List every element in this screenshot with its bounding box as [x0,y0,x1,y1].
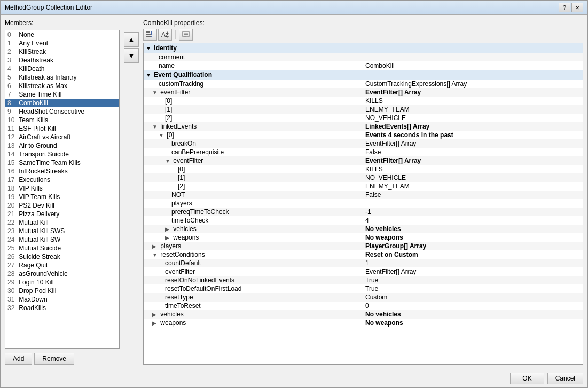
list-item[interactable]: 10 Team Kills [5,116,119,124]
cancel-button[interactable]: Cancel [547,373,583,384]
list-item[interactable]: 22 Mutual Kill [5,218,119,227]
list-item-name: HeadShot Consecutive [19,108,84,115]
svg-rect-11 [184,36,186,37]
list-item[interactable]: 0 None [5,30,119,39]
prop-name: ▼ [0] [144,131,363,139]
prop-value [363,199,583,208]
members-list[interactable]: 0 None1 Any Event2 KillStreak3 Deathstre… [5,30,120,349]
list-item[interactable]: 25 Mutual Suicide [5,244,119,252]
properties-container[interactable]: ▼ Identity comment name ComboKill ▼ Even… [143,43,583,365]
list-item-name: Suicide Streak [19,253,60,260]
table-row: countDefault 1 [144,259,583,267]
list-item[interactable]: 17 Executions [5,176,119,184]
list-item[interactable]: 15 SameTime Team Kills [5,159,119,167]
sort-alphabetical-button[interactable]: Az [158,29,172,41]
list-item[interactable]: 27 Rage Quit [5,261,119,270]
prop-name: timeToReset [144,302,363,310]
collapse-arrow: ▶ [152,320,159,326]
list-item[interactable]: 32 RoadKills [5,304,119,312]
list-item[interactable]: 24 Mutual Kill SW [5,235,119,244]
list-item[interactable]: 14 Transport Suicide [5,150,119,159]
list-item[interactable]: 19 VIP Team Kills [5,193,119,201]
prop-name: players [144,199,363,208]
list-item[interactable]: 11 ESF Pilot Kill [5,124,119,133]
list-item[interactable]: 4 KillDeath [5,65,119,73]
list-item-name: Killstreak as Max [19,82,67,90]
list-item[interactable]: 8 ComboKill [5,99,119,107]
section-label: Identity [154,44,177,52]
list-item[interactable]: 6 Killstreak as Max [5,82,119,90]
list-item-index: 29 [7,279,17,286]
list-item[interactable]: 31 MaxDown [5,295,119,304]
ok-button[interactable]: OK [510,373,544,384]
property-pages-button[interactable] [179,29,193,41]
list-item-index: 24 [7,236,17,243]
list-item-index: 7 [7,91,17,98]
move-down-button[interactable]: ▼ [124,48,139,63]
help-button[interactable]: ? [559,3,570,12]
expand-arrow: ▼ [152,90,159,96]
move-up-button[interactable]: ▲ [124,32,139,47]
list-item[interactable]: 23 Mutual Kill SWS [5,227,119,235]
list-item-index: 31 [7,296,17,303]
members-label: Members: [5,19,120,27]
list-item-index: 12 [7,133,17,141]
list-item[interactable]: 9 HeadShot Consecutive [5,107,119,116]
list-item-name: Rage Quit [19,262,48,269]
collapse-arrow: ▶ [165,226,171,232]
prop-name: resetType [144,293,363,302]
prop-name: resetToDefaultOnFirstLoad [144,284,363,293]
prop-name: [0] [144,97,363,105]
list-item-index: 27 [7,262,17,269]
list-item[interactable]: 18 VIP Kills [5,184,119,193]
prop-value: CustomTrackingExpressions[] Array [363,80,583,88]
svg-rect-2 [146,36,151,37]
list-item-index: 21 [7,210,17,218]
prop-value: EventFilter[] Array [363,88,583,97]
list-item[interactable]: 30 Drop Pod Kill [5,287,119,295]
prop-value: 1 [363,259,583,267]
list-item[interactable]: 12 AirCraft vs Aircraft [5,133,119,141]
list-item-index: 14 [7,151,17,158]
table-row: ▶ weapons No weapons [144,319,583,327]
list-item[interactable]: 13 Air to Ground [5,141,119,150]
prop-name: customTracking [144,80,363,88]
list-item[interactable]: 5 Killstreak as Infantry [5,73,119,82]
list-item[interactable]: 3 Deathstreak [5,56,119,65]
list-item-name: Login 10 Kill [19,279,53,286]
list-item[interactable]: 2 KillStreak [5,47,119,56]
section-header: ▼ Event Qualification [144,70,583,80]
sort-by-category-button[interactable] [143,29,157,41]
list-item[interactable]: 29 Login 10 Kill [5,278,119,287]
remove-button[interactable]: Remove [34,353,74,365]
svg-rect-9 [184,33,188,34]
list-item[interactable]: 1 Any Event [5,39,119,47]
expand-arrow: ▼ [152,124,159,130]
list-item[interactable]: 28 asGroundVehicle [5,270,119,278]
section-header: ▼ Identity [144,43,583,53]
add-button[interactable]: Add [5,353,32,365]
list-item-name: SameTime Team Kills [19,159,80,167]
list-item[interactable]: 26 Suicide Streak [5,252,119,261]
list-item-name: Pizza Delivery [19,210,59,218]
svg-rect-3 [151,31,152,35]
list-item[interactable]: 21 Pizza Delivery [5,210,119,218]
table-row: resetType Custom [144,293,583,302]
prop-value: -1 [363,208,583,216]
list-item-name: MaxDown [19,296,47,303]
list-item[interactable]: 16 InfRocketStreaks [5,167,119,176]
list-item-name: KillStreak [19,48,46,56]
properties-table: ▼ Identity comment name ComboKill ▼ Even… [144,43,583,327]
list-item[interactable]: 20 PS2 Dev Kill [5,201,119,210]
table-row: [0] KILLS [144,165,583,173]
prop-value: 4 [363,216,583,225]
list-item-name: Air to Ground [19,142,57,149]
list-item[interactable]: 7 Same Time Kill [5,90,119,99]
close-button[interactable]: ✕ [571,3,583,12]
properties-label: ComboKill properties: [143,19,583,27]
list-item-name: Mutual Kill SWS [19,227,65,235]
toolbar: Az [143,29,583,41]
prop-name: ▶ players [144,242,363,250]
prop-name: ▶ vehicles [144,310,363,319]
list-item-name: InfRocketStreaks [19,168,67,175]
